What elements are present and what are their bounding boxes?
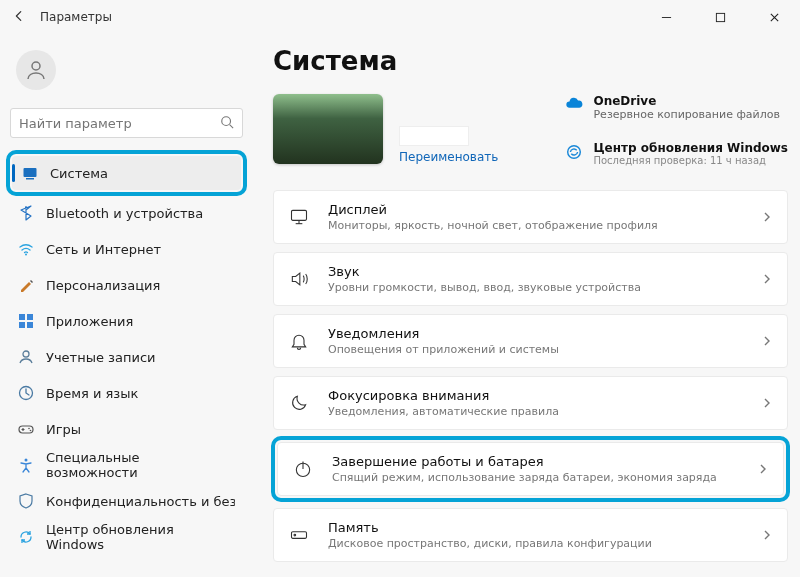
update-icon <box>18 529 34 545</box>
chevron-right-icon <box>761 526 773 545</box>
svg-point-12 <box>23 351 29 357</box>
sidebar-item-label: Система <box>50 166 108 181</box>
search-input[interactable] <box>10 108 243 138</box>
chevron-right-icon <box>761 332 773 351</box>
svg-rect-1 <box>716 13 724 21</box>
svg-rect-8 <box>19 314 25 320</box>
system-icon <box>22 165 38 181</box>
sidebar-item-label: Специальные возможности <box>46 450 235 480</box>
sidebar-item-label: Сеть и Интернет <box>46 242 161 257</box>
sidebar-item-accessibility[interactable]: Специальные возможности <box>8 448 245 482</box>
windows-update-status[interactable]: Центр обновления Windows Последняя прове… <box>565 141 788 166</box>
sidebar-item-label: Игры <box>46 422 81 437</box>
setting-sound[interactable]: Звук Уровни громкости, вывод, ввод, звук… <box>273 252 788 306</box>
rename-link[interactable]: Переименовать <box>399 150 498 164</box>
sidebar-item-label: Bluetooth и устройства <box>46 206 203 221</box>
svg-rect-9 <box>27 314 33 320</box>
bluetooth-icon <box>18 205 34 221</box>
profile-block[interactable] <box>8 40 245 104</box>
sidebar-item-gaming[interactable]: Игры <box>8 412 245 446</box>
sidebar-item-label: Приложения <box>46 314 133 329</box>
sidebar-item-personalization[interactable]: Персонализация <box>8 268 245 302</box>
sidebar-item-network[interactable]: Сеть и Интернет <box>8 232 245 266</box>
device-name <box>399 126 469 146</box>
avatar <box>16 50 56 90</box>
chevron-right-icon <box>761 394 773 413</box>
search-field[interactable] <box>19 116 216 131</box>
chevron-right-icon <box>761 270 773 289</box>
svg-point-3 <box>222 116 231 125</box>
setting-power-battery[interactable]: Завершение работы и батарея Спящий режим… <box>277 442 784 496</box>
svg-rect-14 <box>19 426 33 433</box>
bell-icon <box>288 330 310 352</box>
window-title: Параметры <box>40 10 112 24</box>
sidebar-item-time-language[interactable]: Время и язык <box>8 376 245 410</box>
svg-rect-19 <box>292 210 307 220</box>
chevron-right-icon <box>761 208 773 227</box>
sidebar-item-label: Время и язык <box>46 386 138 401</box>
apps-icon <box>18 313 34 329</box>
highlight-sidebar-system: Система <box>6 150 247 196</box>
sidebar-item-windows-update[interactable]: Центр обновления Windows <box>8 520 245 554</box>
back-button[interactable] <box>12 9 26 26</box>
accounts-icon <box>18 349 34 365</box>
search-icon <box>220 114 234 133</box>
sidebar-item-accounts[interactable]: Учетные записи <box>8 340 245 374</box>
shield-icon <box>18 493 34 509</box>
minimize-button[interactable] <box>646 3 686 31</box>
sidebar-item-system[interactable]: Система <box>12 156 241 190</box>
accessibility-icon <box>18 457 34 473</box>
chevron-right-icon <box>757 460 769 479</box>
sidebar-item-bluetooth[interactable]: Bluetooth и устройства <box>8 196 245 230</box>
close-button[interactable] <box>754 3 794 31</box>
gaming-icon <box>18 421 34 437</box>
sidebar-item-label: Учетные записи <box>46 350 156 365</box>
sidebar-item-privacy[interactable]: Конфиденциальность и безопасность <box>8 484 245 518</box>
onedrive-status[interactable]: OneDrive Резервное копирование файлов <box>565 94 788 121</box>
svg-rect-11 <box>27 322 33 328</box>
sidebar-item-label: Конфиденциальность и безопасность <box>46 494 235 509</box>
personalization-icon <box>18 277 34 293</box>
svg-point-25 <box>294 534 296 536</box>
power-icon <box>292 458 314 480</box>
svg-point-17 <box>25 459 28 462</box>
onedrive-icon <box>565 96 583 114</box>
device-thumbnail <box>273 94 383 164</box>
svg-rect-6 <box>26 178 34 180</box>
sidebar-item-label: Центр обновления Windows <box>46 522 235 552</box>
sidebar-item-label: Персонализация <box>46 278 160 293</box>
svg-point-2 <box>32 62 40 70</box>
maximize-button[interactable] <box>700 3 740 31</box>
svg-rect-5 <box>24 168 37 177</box>
setting-focus-assist[interactable]: Фокусировка внимания Уведомления, автома… <box>273 376 788 430</box>
setting-storage[interactable]: Память Дисковое пространство, диски, пра… <box>273 508 788 562</box>
update-icon <box>565 143 583 161</box>
svg-point-18 <box>568 146 581 159</box>
svg-rect-10 <box>19 322 25 328</box>
page-title: Система <box>273 46 788 76</box>
display-icon <box>288 206 310 228</box>
storage-icon <box>288 524 310 546</box>
clock-icon <box>18 385 34 401</box>
svg-point-15 <box>28 428 30 430</box>
setting-display[interactable]: Дисплей Мониторы, яркость, ночной свет, … <box>273 190 788 244</box>
svg-point-16 <box>30 430 32 432</box>
svg-point-7 <box>25 254 27 256</box>
sidebar-item-apps[interactable]: Приложения <box>8 304 245 338</box>
svg-line-4 <box>230 124 234 128</box>
moon-icon <box>288 392 310 414</box>
highlight-power-card: Завершение работы и батарея Спящий режим… <box>271 436 790 502</box>
setting-notifications[interactable]: Уведомления Оповещения от приложений и с… <box>273 314 788 368</box>
sound-icon <box>288 268 310 290</box>
wifi-icon <box>18 241 34 257</box>
